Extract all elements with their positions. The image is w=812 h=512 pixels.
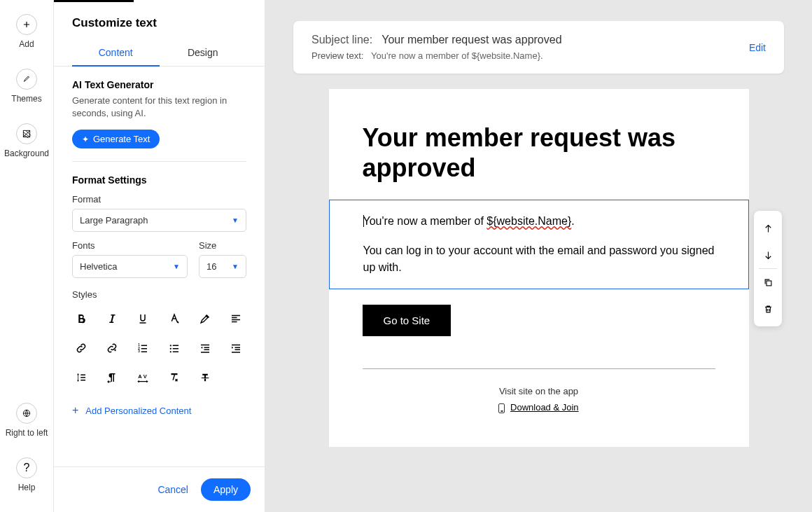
svg-point-6 (169, 348, 171, 350)
styles-label: Styles (54, 278, 265, 301)
format-label: Format (72, 194, 246, 205)
canvas-area: Subject line: Your member request was ap… (265, 0, 812, 512)
personalized-label: Add Personalized Content (85, 406, 191, 416)
ai-desc: Generate content for this text region in… (72, 95, 246, 120)
email-canvas[interactable]: Your member request was approved You're … (329, 89, 749, 447)
tabs: Content Design (54, 40, 265, 67)
bold-button[interactable] (66, 304, 96, 333)
rail-help[interactable]: ? Help (16, 457, 37, 492)
subject-label: Subject line: (312, 34, 372, 46)
rail-help-label: Help (18, 483, 36, 492)
go-to-site-button[interactable]: Go to Site (363, 305, 451, 336)
cancel-button[interactable]: Cancel (158, 484, 188, 495)
svg-rect-10 (766, 281, 771, 286)
generate-text-button[interactable]: ✦ Generate Text (72, 130, 160, 148)
indent-button[interactable] (221, 333, 251, 363)
chevron-down-icon: ▼ (232, 263, 239, 270)
text-color-button[interactable] (160, 304, 189, 333)
svg-text:V: V (144, 373, 147, 380)
rail-add[interactable]: Add (16, 14, 37, 49)
svg-text:3: 3 (139, 350, 141, 353)
rail-themes[interactable]: Themes (11, 69, 41, 104)
size-field: Size 16 ▼ (199, 240, 246, 278)
edit-subject-button[interactable]: Edit (749, 42, 766, 53)
email-p1-a: You're now a member of (363, 215, 487, 227)
duplicate-button[interactable] (754, 269, 782, 296)
fonts-value: Helvetica (80, 261, 117, 272)
sparkle-icon: ✦ (82, 134, 89, 144)
strikethrough-button[interactable] (190, 363, 220, 392)
style-toolbar: 123 AV (54, 301, 265, 392)
background-icon (16, 123, 37, 144)
underline-button[interactable] (128, 304, 158, 333)
format-value: Large Paragraph (80, 215, 148, 226)
svg-point-7 (169, 352, 171, 353)
download-row: Download & Join (363, 402, 715, 413)
size-value: 16 (206, 261, 216, 272)
line-height-button[interactable] (66, 363, 96, 392)
clear-formatting-button[interactable] (160, 363, 189, 392)
sidebar-footer: Cancel Apply (54, 466, 265, 512)
size-label: Size (199, 240, 246, 251)
unordered-list-button[interactable] (160, 333, 189, 363)
subject-preview-box: Subject line: Your member request was ap… (293, 21, 784, 74)
chevron-down-icon: ▼ (173, 263, 180, 270)
ai-heading: AI Text Generator (72, 79, 246, 90)
generate-text-label: Generate Text (93, 134, 150, 144)
delete-button[interactable] (754, 296, 782, 322)
brush-icon (16, 69, 37, 90)
link-button[interactable] (66, 333, 96, 363)
plus-icon: + (72, 405, 78, 416)
svg-text:A: A (139, 373, 143, 380)
rail-add-label: Add (19, 39, 34, 49)
ordered-list-button[interactable]: 123 (128, 333, 158, 363)
add-personalized-content[interactable]: + Add Personalized Content (54, 392, 265, 416)
highlight-button[interactable] (190, 304, 220, 333)
format-field: Format Large Paragraph ▼ (54, 186, 265, 232)
fonts-label: Fonts (72, 240, 188, 251)
email-p1-b: . (571, 215, 574, 227)
rail-rtl[interactable]: Right to left (6, 403, 48, 438)
letter-spacing-button[interactable]: AV (128, 363, 158, 392)
move-up-button[interactable] (754, 215, 782, 242)
fonts-select[interactable]: Helvetica ▼ (72, 255, 188, 278)
fonts-field: Fonts Helvetica ▼ (72, 240, 188, 278)
subject-value: Your member request was approved (382, 34, 561, 46)
rail-themes-label: Themes (11, 94, 41, 104)
email-heading[interactable]: Your member request was approved (363, 123, 715, 183)
apply-button[interactable]: Apply (201, 478, 251, 501)
email-p2: You can log in to your account with the … (363, 242, 715, 276)
help-icon: ? (16, 457, 37, 478)
format-settings-title: Format Settings (54, 162, 265, 186)
preview-label: Preview text: (312, 50, 363, 61)
rail-background-label: Background (4, 148, 49, 158)
preview-value: You're now a member of ${website.Name}. (371, 50, 543, 61)
rail-rtl-label: Right to left (6, 428, 48, 438)
phone-icon (498, 403, 505, 413)
format-select[interactable]: Large Paragraph ▼ (72, 209, 246, 232)
chevron-down-icon: ▼ (232, 216, 239, 224)
move-down-button[interactable] (754, 242, 782, 268)
block-actions (754, 211, 782, 326)
plus-icon (16, 14, 37, 35)
italic-button[interactable] (97, 304, 127, 333)
sidebar-title: Customize text (54, 2, 265, 40)
download-link[interactable]: Download & Join (510, 402, 579, 413)
ai-section: AI Text Generator Generate content for t… (54, 67, 265, 148)
unlink-button[interactable] (97, 333, 127, 363)
rail-background[interactable]: Background (4, 123, 49, 158)
align-left-button[interactable] (221, 304, 251, 333)
size-select[interactable]: 16 ▼ (199, 255, 246, 278)
selected-text-block[interactable]: You're now a member of ${website.Name}. … (329, 200, 749, 289)
left-rail: Add Themes Background Right to left ? He… (0, 0, 54, 512)
sidebar: Customize text Content Design AI Text Ge… (54, 0, 265, 512)
tab-content[interactable]: Content (72, 40, 160, 67)
visit-site-text: Visit site on the app (363, 386, 715, 396)
text-direction-button[interactable] (97, 363, 127, 392)
svg-point-5 (169, 345, 171, 347)
globe-icon (16, 403, 37, 424)
email-variable: ${website.Name} (486, 215, 571, 227)
tab-design[interactable]: Design (160, 40, 247, 66)
outdent-button[interactable] (190, 333, 220, 363)
